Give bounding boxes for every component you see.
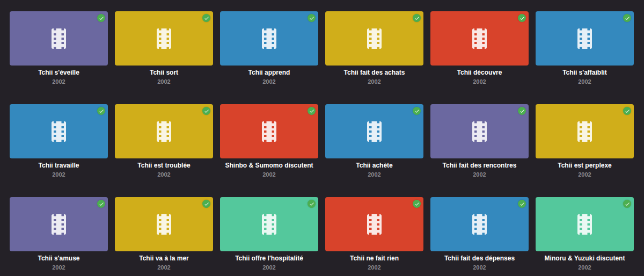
episode-title: Tchii est troublée [115, 162, 213, 169]
episode-year: 2002 [325, 171, 423, 178]
episode-card[interactable]: Tchii est troublée 2002 [115, 104, 213, 178]
watched-badge [202, 14, 210, 22]
check-icon [414, 108, 420, 114]
episode-title: Tchii travaille [10, 162, 108, 169]
media-library-page: Tchii s'éveille 2002 Tchii sort 2002 [0, 0, 644, 276]
episode-thumbnail[interactable] [430, 197, 529, 251]
episode-thumbnail[interactable] [325, 104, 423, 158]
episode-thumbnail[interactable] [430, 11, 529, 66]
film-strip-icon [52, 214, 66, 235]
watched-badge [97, 200, 105, 208]
episode-thumbnail[interactable] [115, 197, 213, 251]
episode-title: Tchii est perplexe [536, 162, 634, 169]
watched-badge [202, 200, 210, 208]
episode-thumbnail[interactable] [115, 104, 213, 158]
episode-title: Tchii offre l'hospitalité [220, 255, 318, 262]
watched-badge [518, 200, 526, 208]
check-icon [204, 201, 209, 207]
episode-thumbnail[interactable] [115, 11, 213, 66]
episode-card[interactable]: Tchii est perplexe 2002 [536, 104, 634, 178]
film-strip-icon [577, 28, 592, 49]
check-icon [99, 16, 104, 21]
check-icon [204, 16, 209, 21]
check-icon [309, 16, 314, 21]
film-strip-icon [367, 214, 382, 235]
episode-thumbnail[interactable] [220, 104, 318, 158]
episode-thumbnail[interactable] [10, 104, 108, 158]
episode-thumbnail[interactable] [10, 197, 108, 251]
film-strip-icon [52, 121, 66, 142]
episode-title: Tchii s'amuse [10, 255, 108, 262]
watched-badge [623, 14, 631, 22]
episode-title: Tchii apprend [220, 69, 318, 76]
episode-card[interactable]: Tchii découvre 2002 [430, 11, 529, 85]
episode-card[interactable]: Tchii travaille 2002 [10, 104, 108, 178]
episode-year: 2002 [430, 78, 529, 85]
film-strip-icon [577, 214, 592, 235]
film-strip-icon [157, 121, 171, 142]
episode-thumbnail[interactable] [536, 104, 634, 158]
episode-title: Tchii découvre [430, 69, 529, 76]
check-icon [414, 201, 420, 207]
episode-thumbnail[interactable] [536, 11, 634, 66]
episode-title: Tchii fait des rencontres [430, 162, 529, 169]
watched-badge [413, 200, 421, 208]
episode-card[interactable]: Tchii offre l'hospitalité 2002 [220, 197, 318, 271]
check-icon [309, 201, 314, 207]
episode-title: Tchii sort [115, 69, 213, 76]
episode-thumbnail[interactable] [536, 197, 634, 251]
episode-year: 2002 [10, 264, 108, 271]
watched-badge [518, 107, 526, 115]
episode-title: Shinbo & Sumomo discutent [220, 162, 318, 169]
check-icon [625, 16, 630, 21]
episode-thumbnail[interactable] [10, 11, 108, 66]
episode-card[interactable]: Tchii s'amuse 2002 [10, 197, 108, 271]
watched-badge [308, 200, 316, 208]
episode-year: 2002 [115, 78, 213, 85]
episode-title: Tchii fait des achats [325, 69, 423, 76]
episode-year: 2002 [220, 78, 318, 85]
check-icon [519, 16, 525, 21]
episode-card[interactable]: Tchii fait des achats 2002 [325, 11, 423, 85]
episode-thumbnail[interactable] [430, 104, 529, 158]
episode-year: 2002 [536, 264, 634, 271]
check-icon [519, 108, 525, 114]
episode-year: 2002 [115, 171, 213, 178]
film-strip-icon [52, 28, 66, 49]
episode-thumbnail[interactable] [325, 197, 423, 251]
episode-year: 2002 [325, 264, 423, 271]
episode-card[interactable]: Shinbo & Sumomo discutent 2002 [220, 104, 318, 178]
check-icon [414, 16, 420, 21]
episode-thumbnail[interactable] [220, 197, 318, 251]
watched-badge [623, 200, 631, 208]
film-strip-icon [367, 121, 382, 142]
episode-card[interactable]: Tchii fait des rencontres 2002 [430, 104, 529, 178]
episode-card[interactable]: Tchii ne fait rien 2002 [325, 197, 423, 271]
episode-card[interactable]: Tchii sort 2002 [115, 11, 213, 85]
episode-card[interactable]: Tchii va à la mer 2002 [115, 197, 213, 271]
episode-year: 2002 [430, 264, 529, 271]
episode-card[interactable]: Tchii s'éveille 2002 [10, 11, 108, 85]
check-icon [625, 108, 630, 114]
watched-badge [97, 14, 105, 22]
episode-card[interactable]: Tchii apprend 2002 [220, 11, 318, 85]
film-strip-icon [157, 214, 171, 235]
episode-year: 2002 [115, 264, 213, 271]
film-strip-icon [367, 28, 382, 49]
episode-card[interactable]: Tchii s'affaiblit 2002 [536, 11, 634, 85]
episode-year: 2002 [10, 78, 108, 85]
episode-card[interactable]: Tchii achète 2002 [325, 104, 423, 178]
episode-title: Tchii fait des dépenses [430, 255, 529, 262]
check-icon [99, 201, 104, 207]
watched-badge [97, 107, 105, 115]
episode-grid: Tchii s'éveille 2002 Tchii sort 2002 [0, 0, 644, 271]
episode-card[interactable]: Tchii fait des dépenses 2002 [430, 197, 529, 271]
check-icon [204, 108, 209, 114]
episode-year: 2002 [10, 171, 108, 178]
episode-title: Tchii s'affaiblit [536, 69, 634, 76]
episode-thumbnail[interactable] [325, 11, 423, 66]
episode-card[interactable]: Minoru & Yuzuki discutent 2002 [536, 197, 634, 271]
episode-thumbnail[interactable] [220, 11, 318, 66]
watched-badge [413, 107, 421, 115]
episode-year: 2002 [220, 264, 318, 271]
